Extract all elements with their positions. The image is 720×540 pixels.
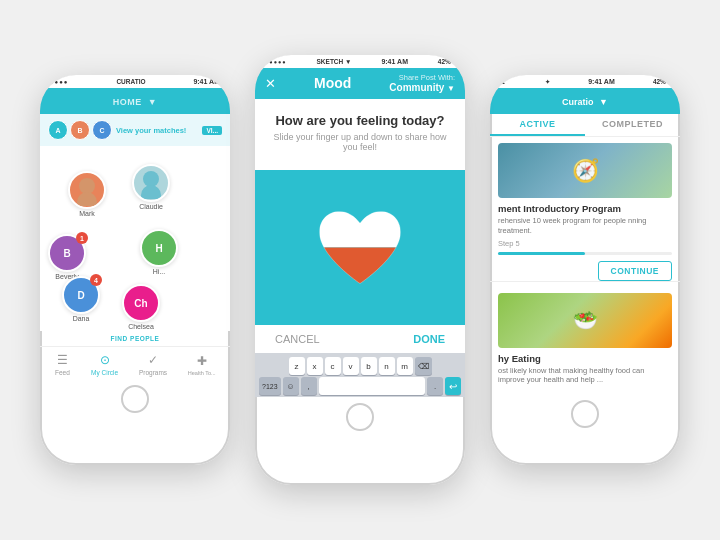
key-b[interactable]: b — [361, 357, 377, 375]
continue-button[interactable]: CONTINUE — [598, 261, 672, 281]
key-123[interactable]: ?123 — [259, 377, 281, 395]
nav-feed-label: Feed — [55, 369, 70, 376]
person-chelsea[interactable]: Ch Chelsea — [122, 284, 160, 330]
mood-question-text: How are you feeling today? — [265, 113, 455, 128]
person-dana[interactable]: D 4 Dana — [62, 276, 100, 322]
key-v[interactable]: v — [343, 357, 359, 375]
match-banner[interactable]: A B C View your matches! VI... — [40, 114, 230, 146]
card-2-desc: ost likely know that making healthy food… — [498, 366, 672, 386]
svg-point-2 — [143, 171, 159, 187]
key-emoji[interactable]: ☺ — [283, 377, 299, 395]
person-claudie[interactable]: Claudie — [132, 164, 170, 210]
person-beverly[interactable]: B 1 Beverly — [48, 234, 86, 280]
key-comma[interactable]: , — [301, 377, 317, 395]
center-carrier: SKETCH ▼ — [317, 58, 352, 65]
curatio-arrow[interactable]: ▼ — [599, 97, 608, 107]
center-signal: ●●●●● — [265, 59, 287, 65]
key-n[interactable]: n — [379, 357, 395, 375]
key-c[interactable]: c — [325, 357, 341, 375]
mood-subtext: Slide your finger up and down to share h… — [265, 132, 455, 152]
mood-header: ✕ Mood Share Post With: Community ▼ — [255, 68, 465, 99]
key-x[interactable]: x — [307, 357, 323, 375]
person-mark[interactable]: Mark — [68, 171, 106, 217]
nav-programs[interactable]: ✓ Programs — [139, 352, 167, 376]
badge-dana: 4 — [90, 274, 102, 286]
nav-programs-label: Programs — [139, 369, 167, 376]
mycircle-icon: ⊙ — [97, 352, 113, 368]
share-section: Share Post With: Community ▼ — [389, 73, 455, 93]
curatio-title: Curatio — [562, 97, 594, 107]
nav-mycircle-label: My Circle — [91, 369, 118, 376]
card-2-title: hy Eating — [498, 353, 672, 364]
card-healthy-eating: 🥗 hy Eating ost likely know that making … — [490, 287, 680, 395]
progress-bar-fill — [498, 252, 585, 255]
home-title: HOME — [113, 97, 142, 107]
home-button-right[interactable] — [571, 400, 599, 428]
phone-left: ●●●● CURATIO 9:41 AM HOME ▼ A B C View y… — [40, 75, 230, 465]
mood-title: Mood — [314, 75, 351, 91]
keyboard-row-2: ?123 ☺ , . ↩ — [257, 377, 463, 395]
center-status-bar: ●●●●● SKETCH ▼ 9:41 AM 42% ▪ — [255, 55, 465, 68]
view-button[interactable]: VI... — [202, 126, 222, 135]
phones-container: ●●●● CURATIO 9:41 AM HOME ▼ A B C View y… — [0, 0, 720, 540]
svg-rect-4 — [315, 207, 405, 248]
nav-mycircle[interactable]: ⊙ My Circle — [91, 352, 118, 376]
home-button-center[interactable] — [346, 403, 374, 431]
heart-icon — [315, 205, 405, 290]
left-status-bar: ●●●● CURATIO 9:41 AM — [40, 75, 230, 88]
food-background: 🥗 — [498, 293, 672, 348]
person-chelsea-name: Chelsea — [128, 323, 154, 330]
home-button-left[interactable] — [121, 385, 149, 413]
circle-area: Mark Claudie B 1 Beverly H Hi... — [40, 146, 230, 331]
tab-bar: ACTIVE COMPLETED — [490, 114, 680, 137]
person-hi-name: Hi... — [153, 268, 165, 275]
card-introductory: 🧭 ment Introductory Program rehensive 10… — [490, 137, 680, 267]
compass-icon: 🧭 — [572, 158, 599, 184]
share-value[interactable]: Community ▼ — [389, 82, 455, 93]
svg-point-3 — [141, 185, 161, 199]
card-1-desc: rehensive 10 week program for people nni… — [498, 216, 672, 236]
key-period[interactable]: . — [427, 377, 443, 395]
bottom-nav: ☰ Feed ⊙ My Circle ✓ Programs ✚ Health T… — [40, 346, 230, 379]
card-image-food: 🥗 — [498, 293, 672, 348]
key-m[interactable]: m — [397, 357, 413, 375]
keyboard-row-1: z x c v b n m ⌫ — [257, 357, 463, 375]
left-header: HOME ▼ — [40, 88, 230, 114]
key-space[interactable] — [319, 377, 425, 395]
key-backspace[interactable]: ⌫ — [415, 357, 432, 375]
nav-feed[interactable]: ☰ Feed — [54, 352, 70, 376]
nav-healthtools[interactable]: ✚ Health To... — [188, 353, 216, 376]
home-arrow[interactable]: ▼ — [148, 97, 157, 107]
share-arrow: ▼ — [447, 84, 455, 93]
person-dana-name: Dana — [73, 315, 90, 322]
person-mark-name: Mark — [79, 210, 95, 217]
done-button[interactable]: DONE — [413, 333, 445, 345]
center-battery: 42% ▪ — [438, 58, 455, 65]
close-button[interactable]: ✕ — [265, 76, 276, 91]
phone-center: ●●●●● SKETCH ▼ 9:41 AM 42% ▪ ✕ Mood Shar… — [255, 55, 465, 485]
person-hi[interactable]: H Hi... — [140, 229, 178, 275]
avatar-mark — [68, 171, 106, 209]
cancel-button[interactable]: CANCEL — [275, 333, 320, 345]
tab-active[interactable]: ACTIVE — [490, 114, 585, 136]
keyboard: z x c v b n m ⌫ ?123 ☺ , . ↩ — [255, 353, 465, 397]
svg-point-1 — [77, 192, 97, 206]
card-divider — [490, 281, 680, 282]
key-return[interactable]: ↩ — [445, 377, 461, 395]
card-image-compass: 🧭 — [498, 143, 672, 198]
nav-healthtools-label: Health To... — [188, 370, 216, 376]
key-z[interactable]: z — [289, 357, 305, 375]
avatar-dana-wrap: D 4 — [62, 276, 100, 314]
find-people-link[interactable]: FIND PEOPLE — [40, 331, 230, 346]
carrier-name: CURATIO — [116, 78, 145, 85]
mood-heart-area[interactable] — [255, 170, 465, 325]
tab-completed[interactable]: COMPLETED — [585, 114, 680, 136]
right-status-bar: ▲ ✦ 9:41 AM 42% ▪ — [490, 75, 680, 88]
right-time: 9:41 AM — [588, 78, 615, 85]
avatar-1: A — [48, 120, 68, 140]
svg-point-0 — [79, 178, 95, 194]
card-1-title: ment Introductory Program — [498, 203, 672, 214]
center-time: 9:41 AM — [381, 58, 408, 65]
phone-right: ▲ ✦ 9:41 AM 42% ▪ Curatio ▼ ACTIVE COMPL… — [490, 75, 680, 465]
right-wifi: ✦ — [545, 78, 550, 85]
